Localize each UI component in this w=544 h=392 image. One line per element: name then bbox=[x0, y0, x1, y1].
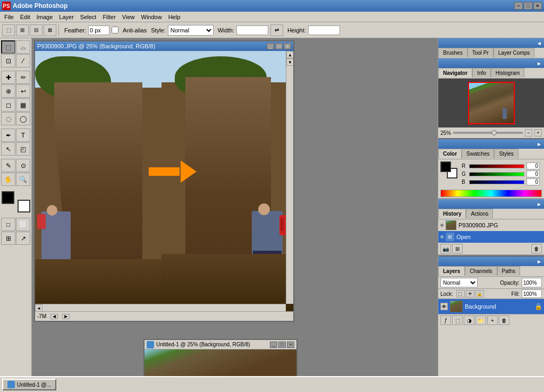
dodge-tool[interactable]: ◯ bbox=[16, 112, 30, 125]
lock-all-btn[interactable]: 🔒 bbox=[475, 290, 484, 297]
history-new-document-btn[interactable]: ⊞ bbox=[452, 244, 463, 253]
selection-tool-btn[interactable]: ⬚ bbox=[2, 24, 15, 36]
hand-tool[interactable]: ✋ bbox=[1, 173, 15, 186]
menu-edit[interactable]: Edit bbox=[17, 13, 33, 21]
jump-app-btn[interactable]: ↗ bbox=[16, 232, 30, 245]
g-value[interactable] bbox=[526, 171, 540, 177]
tab-history[interactable]: History bbox=[438, 209, 466, 218]
color-spectrum[interactable] bbox=[440, 190, 542, 197]
doc-maximize-btn[interactable]: □ bbox=[275, 43, 283, 49]
layers-expand-btn[interactable]: ► bbox=[537, 259, 542, 265]
shape-tool[interactable]: ◰ bbox=[16, 142, 30, 156]
zoom-in-btn[interactable]: + bbox=[534, 129, 542, 137]
text-tool[interactable]: T bbox=[16, 129, 30, 142]
panel-collapse-btn[interactable]: ◄ bbox=[537, 40, 542, 46]
selection-intersect-btn[interactable]: ⊠ bbox=[44, 24, 56, 36]
selection-path-tool[interactable]: ↖ bbox=[1, 142, 15, 156]
fg-color-swatch[interactable] bbox=[440, 161, 451, 172]
zoom-slider[interactable] bbox=[453, 132, 523, 134]
tab-layer-comps[interactable]: Layer Comps bbox=[494, 48, 534, 57]
notes-tool[interactable]: ✎ bbox=[1, 159, 15, 172]
selection-opt-btn[interactable]: ⊟ bbox=[30, 24, 42, 36]
history-delete-btn[interactable]: 🗑 bbox=[531, 244, 542, 253]
blend-mode-select[interactable]: Normal Multiply Screen bbox=[440, 278, 478, 287]
layer-item-background[interactable]: 👁 Background 🔒 bbox=[438, 299, 544, 314]
tab-paths[interactable]: Paths bbox=[497, 266, 521, 276]
tab-navigator[interactable]: Navigator bbox=[438, 68, 472, 78]
layer-mask-btn[interactable]: ⬚ bbox=[452, 316, 463, 325]
background-color-swatch[interactable] bbox=[18, 200, 30, 212]
history-brush-tool[interactable]: ↩ bbox=[16, 84, 30, 98]
tab-color[interactable]: Color bbox=[438, 149, 462, 158]
zoom-tool[interactable]: 🔍 bbox=[16, 173, 30, 186]
eraser-tool[interactable]: ◻ bbox=[1, 98, 15, 112]
width-input[interactable] bbox=[236, 25, 268, 35]
history-item-open[interactable]: ⊞ Open bbox=[438, 231, 544, 243]
scroll-down-btn[interactable]: ▼ bbox=[286, 58, 293, 66]
tab-channels[interactable]: Channels bbox=[465, 266, 497, 276]
eyedropper-tool[interactable]: ⊙ bbox=[16, 159, 30, 172]
menu-layer[interactable]: Layer bbox=[56, 13, 77, 21]
tab-histogram[interactable]: Histogram bbox=[491, 68, 525, 78]
opacity-input[interactable] bbox=[522, 278, 542, 287]
tab-swatches[interactable]: Swatches bbox=[462, 149, 494, 158]
layer-adjustment-btn[interactable]: ◑ bbox=[464, 316, 474, 325]
menu-file[interactable]: File bbox=[1, 13, 17, 21]
r-value[interactable] bbox=[526, 163, 540, 169]
clone-tool[interactable]: ⊕ bbox=[1, 84, 15, 98]
crop-tool[interactable]: ⊡ bbox=[1, 54, 15, 67]
antialiased-checkbox[interactable] bbox=[112, 27, 118, 33]
minimize-button[interactable]: − bbox=[514, 2, 523, 10]
b-value[interactable] bbox=[526, 178, 540, 185]
menu-filter[interactable]: Filter bbox=[99, 13, 118, 21]
navigator-expand-btn[interactable]: ► bbox=[537, 61, 542, 66]
scroll-left-btn[interactable]: ◄ bbox=[35, 304, 42, 311]
history-new-snapshot-btn[interactable]: 📷 bbox=[440, 244, 451, 253]
r-slider[interactable] bbox=[469, 164, 524, 168]
tab-info[interactable]: Info bbox=[472, 68, 491, 78]
lock-pixels-btn[interactable]: ⬚ bbox=[456, 290, 465, 297]
layer-style-btn[interactable]: ƒ bbox=[440, 316, 451, 325]
standard-mode-btn[interactable]: □ bbox=[1, 218, 15, 231]
brush-tool[interactable]: ✏ bbox=[16, 71, 30, 84]
fill-input[interactable] bbox=[522, 289, 542, 298]
doc2-close-btn[interactable]: × bbox=[287, 342, 294, 348]
status-nav-btn[interactable]: ◄ bbox=[50, 314, 58, 319]
history-item-file[interactable]: P9300900.JPG bbox=[438, 219, 544, 231]
gradient-tool[interactable]: ▦ bbox=[16, 98, 30, 112]
doc2-min-btn[interactable]: _ bbox=[270, 342, 277, 348]
healing-tool[interactable]: ✚ bbox=[1, 71, 15, 84]
layer-delete-btn[interactable]: 🗑 bbox=[499, 316, 509, 325]
tab-brushes[interactable]: Brushes bbox=[438, 48, 468, 57]
doc2-max-btn[interactable]: □ bbox=[278, 342, 286, 348]
doc-close-btn[interactable]: × bbox=[284, 43, 291, 49]
screen-mode-btn[interactable]: ⊞ bbox=[1, 232, 15, 245]
blur-tool[interactable]: ◌ bbox=[1, 112, 15, 125]
menu-image[interactable]: Image bbox=[33, 13, 56, 21]
menu-view[interactable]: View bbox=[119, 13, 138, 21]
slice-tool[interactable]: ∕ bbox=[16, 54, 30, 67]
feather-input[interactable] bbox=[88, 25, 109, 35]
lock-position-btn[interactable]: ✛ bbox=[466, 290, 474, 297]
color-expand-btn[interactable]: ► bbox=[537, 141, 542, 147]
doc-minimize-btn[interactable]: _ bbox=[267, 43, 274, 49]
lasso-tool[interactable]: ⌓ bbox=[16, 40, 30, 54]
history-expand-btn[interactable]: ► bbox=[537, 201, 542, 207]
scroll-up-btn[interactable]: ▲ bbox=[286, 51, 293, 58]
menu-select[interactable]: Select bbox=[77, 13, 100, 21]
tab-actions[interactable]: Actions bbox=[466, 209, 493, 218]
foreground-color-swatch[interactable] bbox=[2, 191, 14, 204]
marquee-tool[interactable]: ⬚ bbox=[1, 40, 15, 54]
height-input[interactable] bbox=[308, 25, 340, 35]
selection-type-btn[interactable]: ⊞ bbox=[16, 24, 29, 36]
style-select[interactable]: Normal Fixed Aspect Fixed Size bbox=[168, 25, 214, 36]
quickmask-mode-btn[interactable]: ⬜ bbox=[16, 218, 30, 231]
zoom-slider-thumb[interactable] bbox=[491, 130, 497, 135]
layer-group-btn[interactable]: 📁 bbox=[475, 316, 486, 325]
taskbar-doc-btn[interactable]: Untitled-1 @... bbox=[2, 379, 56, 390]
b-slider[interactable] bbox=[469, 180, 524, 184]
menu-window[interactable]: Window bbox=[138, 13, 165, 21]
tab-styles[interactable]: Styles bbox=[494, 149, 518, 158]
status-nav-btn2[interactable]: ► bbox=[62, 314, 70, 319]
layer-new-btn[interactable]: + bbox=[487, 316, 498, 325]
